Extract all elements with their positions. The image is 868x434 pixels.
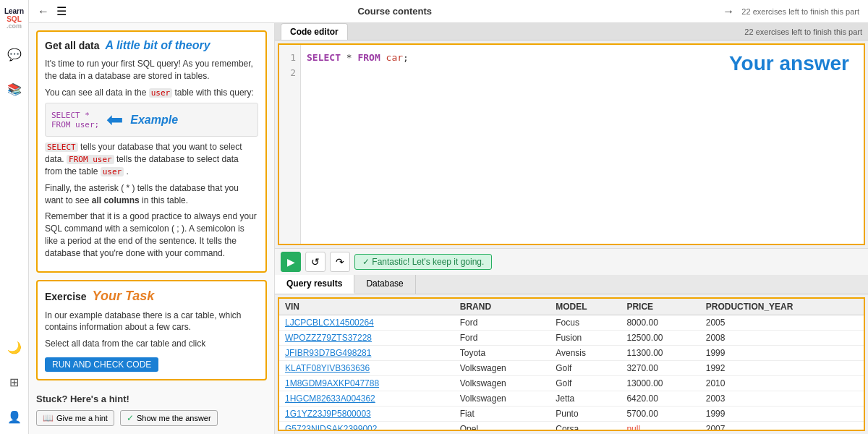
table-cell: 1999 — [700, 346, 864, 361]
table-cell: 2007 — [700, 422, 864, 432]
table-cell: Toyota — [454, 346, 550, 361]
give-hint-button[interactable]: 📖 Give me a hint — [36, 410, 114, 426]
theory-label: A little bit of theory — [105, 39, 210, 52]
hint-area: Stuck? Here's a hint! 📖 Give me a hint ✓… — [36, 388, 267, 426]
table-cell: null — [621, 422, 699, 432]
table-cell: 13000.00 — [621, 376, 699, 391]
run-check-button[interactable]: RUN AND CHECK CODE — [45, 357, 158, 372]
example-area: SELECT * FROM user; ⬅ Example — [45, 103, 258, 137]
col-production-year: PRODUCTION_YEAR — [700, 299, 864, 315]
theory-title: Get all data — [45, 40, 99, 51]
moon-icon[interactable]: 🌙 — [4, 337, 25, 357]
task-label: Your Task — [93, 289, 155, 304]
table-cell: KLATF08YIVB363636 — [279, 361, 454, 376]
table-cell: LJCPCBLCX14500264 — [279, 315, 454, 331]
theory-para1: It's time to run your first SQL query! A… — [45, 58, 258, 82]
table-row: LJCPCBLCX14500264FordFocus8000.002005 — [279, 315, 864, 331]
table-cell: 1992 — [700, 361, 864, 376]
table-row: G5723NIDSAK2399002OpelCorsanull2007 — [279, 422, 864, 432]
table-cell: 12500.00 — [621, 331, 699, 346]
grid-icon[interactable]: ⊞ — [4, 372, 25, 392]
col-brand: BRAND — [454, 299, 550, 315]
run-button[interactable]: ▶ — [281, 252, 301, 272]
theory-para4: Finally, the asterisk ( * ) tells the da… — [45, 182, 258, 207]
table-row: KLATF08YIVB363636VolkswagenGolf3270.0019… — [279, 361, 864, 376]
table-header-row: VIN BRAND MODEL PRICE PRODUCTION_YEAR — [279, 299, 864, 315]
chat-icon[interactable]: 💬 — [4, 45, 25, 65]
table-cell: 3270.00 — [621, 361, 699, 376]
code-content[interactable]: SELECT * FROM car; — [301, 45, 864, 244]
table-cell: 6420.00 — [621, 391, 699, 407]
exercises-count-label: 22 exercises left to finish this part — [744, 27, 868, 36]
col-vin: VIN — [279, 299, 454, 315]
hamburger-icon[interactable]: ☰ — [56, 4, 67, 18]
results-section: Query results Database VIN BRAND MODEL P… — [275, 275, 868, 434]
sidebar: Learn SQL .com 💬 📚 🌙 ⊞ 👤 — [0, 0, 29, 434]
table-cell: 8000.00 — [621, 315, 699, 331]
table-cell: Fiat — [454, 407, 550, 422]
table-cell: Jetta — [550, 391, 621, 407]
table-cell: 2008 — [700, 331, 864, 346]
car-code: car — [181, 310, 193, 320]
table-cell: 5700.00 — [621, 407, 699, 422]
table-row: 1G1YZ23J9P5800003FiatPunto5700.001999 — [279, 407, 864, 422]
exercise-para2: Select all data from the car table and c… — [45, 338, 258, 350]
split-content: Get all data A little bit of theory It's… — [29, 23, 868, 434]
table-cell: 2003 — [700, 391, 864, 407]
theory-para3: SELECT tells your database that you want… — [45, 141, 258, 177]
table-row: 1HGCM82633A004362VolkswagenJetta6420.002… — [279, 391, 864, 407]
table-cell: 11300.00 — [621, 346, 699, 361]
back-arrow[interactable]: ← — [38, 5, 49, 18]
left-panel: Get all data A little bit of theory It's… — [29, 23, 275, 434]
database-tab[interactable]: Database — [354, 275, 415, 294]
table-cell: 2010 — [700, 376, 864, 391]
reset-button[interactable]: ↺ — [305, 252, 326, 272]
table-cell: 2005 — [700, 315, 864, 331]
from-user-code: FROM user — [67, 155, 114, 164]
car-code2: car — [136, 339, 148, 349]
table-cell: Ford — [454, 315, 550, 331]
table-cell: Opel — [454, 422, 550, 432]
main-content: ← ☰ Course contents → 22 exercises left … — [29, 0, 868, 434]
code-editor-tab[interactable]: Code editor — [281, 23, 348, 40]
table-cell: Focus — [550, 315, 621, 331]
query-results-tab[interactable]: Query results — [275, 275, 354, 294]
hint-check-icon: ✓ — [127, 413, 134, 423]
table-cell: Corsa — [550, 422, 621, 432]
table-cell: 1HGCM82633A004362 — [279, 391, 454, 407]
results-table: VIN BRAND MODEL PRICE PRODUCTION_YEAR LJ… — [279, 299, 864, 431]
exercise-box: Exercise Your Task In our example databa… — [36, 280, 267, 380]
book-icon[interactable]: 📚 — [4, 80, 25, 100]
col-model: MODEL — [550, 299, 621, 315]
table-cell: G5723NIDSAK2399002 — [279, 422, 454, 432]
results-tab-bar: Query results Database — [275, 275, 868, 294]
example-arrow-icon: ⬅ — [106, 108, 123, 132]
top-navigation: ← ☰ Course contents → 22 exercises left … — [29, 0, 868, 23]
hint-buttons: 📖 Give me a hint ✓ Show me the answer — [36, 410, 267, 426]
theory-box: Get all data A little bit of theory It's… — [36, 30, 267, 273]
theory-para5: Remember that it is a good practice to a… — [45, 210, 258, 259]
results-tbody: LJCPCBLCX14500264FordFocus8000.002005WPO… — [279, 315, 864, 432]
user-icon[interactable]: 👤 — [4, 407, 25, 427]
redo-button[interactable]: ↷ — [330, 252, 350, 272]
hint-title: Stuck? Here's a hint! — [36, 391, 267, 407]
table-cell: Ford — [454, 331, 550, 346]
table-cell: Volkswagen — [454, 361, 550, 376]
table-row: WPOZZZ79ZTS37228FordFusion12500.002008 — [279, 331, 864, 346]
col-price: PRICE — [621, 299, 699, 315]
table-cell: 1M8GDM9AXKP047788 — [279, 376, 454, 391]
fantastic-message: ✓ Fantastic! Let's keep it going. — [354, 254, 492, 270]
table-cell: Fusion — [550, 331, 621, 346]
forward-arrow[interactable]: → — [723, 5, 734, 18]
table-row: 1M8GDM9AXKP047788VolkswagenGolf13000.002… — [279, 376, 864, 391]
table-row: JFIBR93D7BG498281ToyotaAvensis11300.0019… — [279, 346, 864, 361]
user-table-code: user — [149, 88, 173, 98]
logo: Learn SQL .com — [4, 7, 24, 30]
table-cell: 1999 — [700, 407, 864, 422]
show-answer-button[interactable]: ✓ Show me the answer — [120, 410, 218, 426]
table-cell: 1G1YZ23J9P5800003 — [279, 407, 454, 422]
exercises-left-count: 22 exercises left to finish this part — [741, 7, 859, 16]
hint-book-icon: 📖 — [43, 413, 54, 423]
editor-tab-bar: Code editor 22 exercises left to finish … — [275, 23, 868, 41]
line-numbers: 1 2 — [279, 45, 301, 244]
